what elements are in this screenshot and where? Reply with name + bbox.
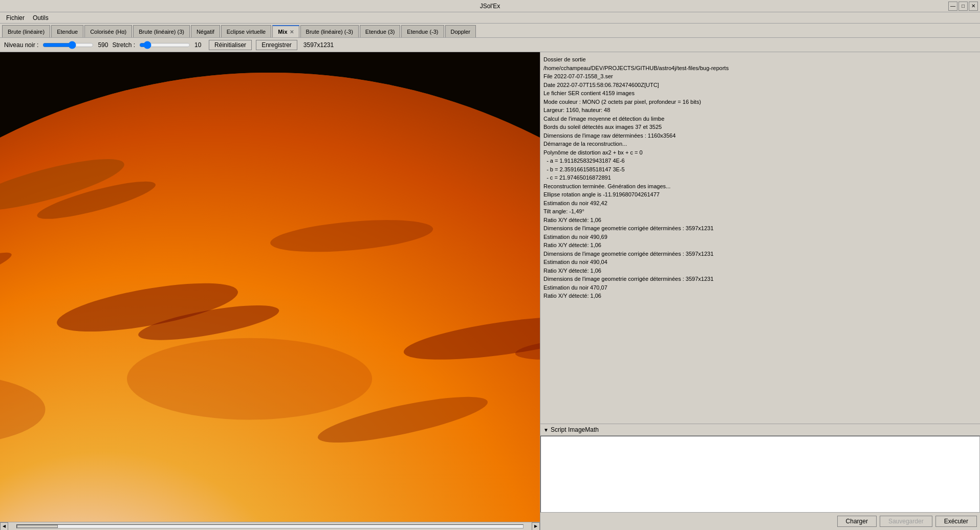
- controls-bar: Niveau noir : 590 Stretch : 10 Réinitial…: [0, 38, 980, 52]
- log-line: Dimensions de l'image geometrie corrigée…: [543, 224, 977, 233]
- svg-point-3: [0, 73, 540, 522]
- tab-etendue-3[interactable]: Etendue (3): [360, 25, 400, 37]
- window-title: JSol'Ex: [480, 3, 500, 10]
- tab-brute-lineaire-3[interactable]: Brute (linéaire) (3): [133, 25, 190, 37]
- niveau-noir-value: 590: [98, 41, 108, 49]
- log-line: Reconstruction terminée. Génération des …: [543, 182, 977, 191]
- log-line: Estimation du noir 490,04: [543, 258, 977, 267]
- script-collapse-icon: ▼: [543, 427, 549, 433]
- tab-eclipse-virtuelle[interactable]: Eclipse virtuelle: [221, 25, 271, 37]
- log-line: Mode couleur : MONO (2 octets par pixel,…: [543, 98, 977, 106]
- tab-etendue-neg3[interactable]: Etendue (-3): [401, 25, 444, 37]
- log-line: Dimensions de l'image raw déterminées : …: [543, 131, 977, 140]
- log-line: - b = 2.359166158518147 3E-5: [543, 165, 977, 174]
- tab-close-mix[interactable]: ✕: [290, 29, 294, 35]
- window-controls: — □ ✕: [948, 0, 978, 12]
- image-container: [0, 52, 540, 522]
- script-header-label: Script ImageMath: [551, 426, 599, 433]
- niveau-noir-slider-container: [42, 41, 94, 49]
- tab-doppler[interactable]: Doppler: [445, 25, 476, 37]
- log-line: Dimensions de l'image geometrie corrigée…: [543, 250, 977, 258]
- log-line: Estimation du noir 470,07: [543, 283, 977, 292]
- scroll-left-arrow[interactable]: ◀: [0, 522, 8, 531]
- tab-negatif[interactable]: Négatif: [191, 25, 220, 37]
- script-buttons: Charger Sauvegarder Exécuter: [540, 513, 980, 530]
- stretch-label: Stretch :: [112, 41, 135, 49]
- niveau-noir-slider[interactable]: [42, 41, 94, 49]
- log-panel: Dossier de sortie/home/cchampeau/DEV/PRO…: [540, 52, 980, 424]
- close-button[interactable]: ✕: [969, 2, 978, 11]
- log-line: /home/cchampeau/DEV/PROJECTS/GITHUB/astr…: [543, 64, 977, 73]
- image-panel: ◀ ▶: [0, 52, 540, 530]
- log-line: Ratio X/Y détecté: 1,06: [543, 241, 977, 250]
- tab-brute-lineaire[interactable]: Brute (linéaire): [2, 25, 50, 37]
- log-line: Largeur: 1160, hauteur: 48: [543, 106, 977, 115]
- log-line: Ratio X/Y détecté: 1,06: [543, 292, 977, 300]
- log-line: Ellipse rotation angle is -11.9196807042…: [543, 190, 977, 199]
- script-header[interactable]: ▼ Script ImageMath: [540, 424, 980, 436]
- log-line: - a = 1.911825832943187 4E-6: [543, 157, 977, 165]
- log-line: Dossier de sortie: [543, 55, 977, 64]
- tab-etendue[interactable]: Etendue: [51, 25, 83, 37]
- save-button[interactable]: Enregistrer: [256, 40, 297, 50]
- charger-button[interactable]: Charger: [837, 516, 877, 527]
- script-panel: ▼ Script ImageMath Charger Sauvegarder E…: [540, 424, 980, 530]
- solar-image: [0, 52, 540, 522]
- log-line: Ratio X/Y détecté: 1,06: [543, 267, 977, 275]
- tab-brute-lineaire-neg3[interactable]: Brute (linéaire) (-3): [300, 25, 359, 37]
- image-size: 3597x1231: [303, 41, 334, 49]
- script-textarea[interactable]: [540, 436, 980, 513]
- niveau-noir-label: Niveau noir :: [4, 41, 38, 49]
- title-bar: JSol'Ex — □ ✕: [0, 0, 980, 12]
- log-line: Estimation du noir 492,42: [543, 199, 977, 208]
- tab-colorisee-ha[interactable]: Colorisée (Hα): [84, 25, 132, 37]
- log-line: Dimensions de l'image geometrie corrigée…: [543, 275, 977, 283]
- log-line: Tilt angle: -1,49°: [543, 207, 977, 216]
- scrollbar-track[interactable]: [16, 524, 524, 528]
- scroll-right-arrow[interactable]: ▶: [532, 522, 540, 531]
- log-line: Démarrage de la reconstruction...: [543, 140, 977, 148]
- maximize-button[interactable]: □: [959, 2, 968, 11]
- tabs-bar: Brute (linéaire)EtendueColorisée (Hα)Bru…: [0, 24, 980, 38]
- log-line: Polynôme de distortion ax2 + bx + c = 0: [543, 148, 977, 157]
- scrollbar-thumb[interactable]: [17, 525, 58, 528]
- minimize-button[interactable]: —: [948, 2, 957, 11]
- stretch-value: 10: [194, 41, 205, 49]
- log-line: - c = 21.97465016872891: [543, 173, 977, 182]
- log-line: Ratio X/Y détecté: 1,06: [543, 216, 977, 225]
- log-line: Date 2022-07-07T15:58:06.782474600Z[UTC]: [543, 81, 977, 90]
- menu-fichier[interactable]: Fichier: [2, 13, 29, 23]
- menu-bar: Fichier Outils: [0, 12, 980, 24]
- main-content: ◀ ▶ Dossier de sortie/home/cchampeau/DEV…: [0, 52, 980, 530]
- sauvegarder-button[interactable]: Sauvegarder: [880, 516, 932, 527]
- log-line: Bords du soleil détectés aux images 37 e…: [543, 123, 977, 131]
- menu-outils[interactable]: Outils: [29, 13, 53, 23]
- executer-button[interactable]: Exécuter: [935, 516, 977, 527]
- horizontal-scrollbar[interactable]: ◀ ▶: [0, 522, 540, 530]
- tab-mix[interactable]: Mix✕: [272, 25, 299, 37]
- stretch-slider[interactable]: [139, 41, 190, 49]
- reset-button[interactable]: Réinitialiser: [209, 40, 252, 50]
- log-line: File 2022-07-07-1558_3.ser: [543, 72, 977, 81]
- svg-point-15: [127, 338, 372, 420]
- right-panel: Dossier de sortie/home/cchampeau/DEV/PRO…: [540, 52, 980, 530]
- log-line: Estimation du noir 490,69: [543, 233, 977, 241]
- log-line: Le fichier SER contient 4159 images: [543, 89, 977, 98]
- stretch-slider-container: [139, 41, 190, 49]
- log-line: Calcul de l'image moyenne et détection d…: [543, 115, 977, 123]
